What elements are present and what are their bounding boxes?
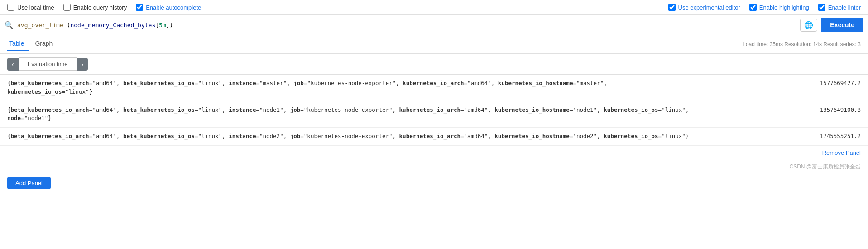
- footer-row: CSDN @富士康质检员张全蛋: [0, 160, 868, 173]
- eval-label: Evaluation time: [19, 57, 77, 71]
- search-icon: 🔍: [5, 21, 14, 29]
- enable-autocomplete-label[interactable]: Enable autocomplete: [146, 4, 201, 11]
- footer-text: CSDN @富士康质检员张全蛋: [789, 163, 861, 171]
- eval-row: ‹ Evaluation time ›: [0, 54, 868, 75]
- tabs-meta: Load time: 35ms Resolution: 14s Result s…: [743, 41, 861, 48]
- add-panel-row: Add Panel: [0, 173, 868, 193]
- eval-next-button[interactable]: ›: [77, 58, 88, 71]
- query-input[interactable]: avg_over_time (node_memory_Cached_bytes[…: [17, 22, 796, 29]
- enable-autocomplete-checkbox[interactable]: [136, 4, 143, 11]
- remove-panel-link[interactable]: Remove Panel: [822, 149, 861, 156]
- query-bar: 🔍 avg_over_time (node_memory_Cached_byte…: [0, 15, 868, 35]
- enable-query-history-item: Enable query history: [63, 4, 127, 11]
- use-local-time-item: Use local time: [7, 4, 54, 11]
- remove-panel-row: Remove Panel: [0, 146, 868, 160]
- enable-linter-checkbox[interactable]: [818, 4, 825, 11]
- add-panel-button[interactable]: Add Panel: [7, 177, 51, 189]
- enable-highlighting-checkbox[interactable]: [749, 4, 757, 11]
- toolbar: Use local time Enable query history Enab…: [0, 0, 868, 15]
- table-row: {beta_kubernetes_io_arch="amd64", beta_k…: [0, 128, 868, 146]
- results: {beta_kubernetes_io_arch="amd64", beta_k…: [0, 75, 868, 146]
- use-experimental-editor-item: Use experimental editor: [668, 4, 740, 11]
- enable-linter-label[interactable]: Enable linter: [828, 4, 861, 11]
- use-local-time-label[interactable]: Use local time: [17, 4, 54, 11]
- table-row: {beta_kubernetes_io_arch="amd64", beta_k…: [0, 101, 868, 128]
- enable-highlighting-label[interactable]: Enable highlighting: [759, 4, 809, 11]
- enable-query-history-label[interactable]: Enable query history: [73, 4, 127, 11]
- tab-table[interactable]: Table: [7, 38, 29, 51]
- result-value-2: 1745555251.2: [797, 132, 861, 141]
- enable-query-history-checkbox[interactable]: [63, 4, 71, 11]
- eval-prev-button[interactable]: ‹: [7, 58, 19, 71]
- use-local-time-checkbox[interactable]: [7, 4, 14, 11]
- execute-button[interactable]: Execute: [821, 18, 863, 32]
- result-labels-0: {beta_kubernetes_io_arch="amd64", beta_k…: [7, 79, 797, 96]
- result-value-0: 1577669427.2: [797, 79, 861, 88]
- enable-autocomplete-item: Enable autocomplete: [136, 4, 201, 11]
- tabs-row: Table Graph Load time: 35ms Resolution: …: [0, 35, 868, 54]
- enable-linter-item: Enable linter: [818, 4, 861, 11]
- tab-graph[interactable]: Graph: [33, 38, 58, 51]
- result-labels-1: {beta_kubernetes_io_arch="amd64", beta_k…: [7, 106, 797, 123]
- result-labels-2: {beta_kubernetes_io_arch="amd64", beta_k…: [7, 132, 797, 141]
- table-row: {beta_kubernetes_io_arch="amd64", beta_k…: [0, 75, 868, 101]
- globe-button[interactable]: 🌐: [800, 19, 817, 32]
- enable-highlighting-item: Enable highlighting: [749, 4, 809, 11]
- use-experimental-editor-label[interactable]: Use experimental editor: [678, 4, 740, 11]
- use-experimental-editor-checkbox[interactable]: [668, 4, 676, 11]
- result-value-1: 1357649100.8: [797, 106, 861, 115]
